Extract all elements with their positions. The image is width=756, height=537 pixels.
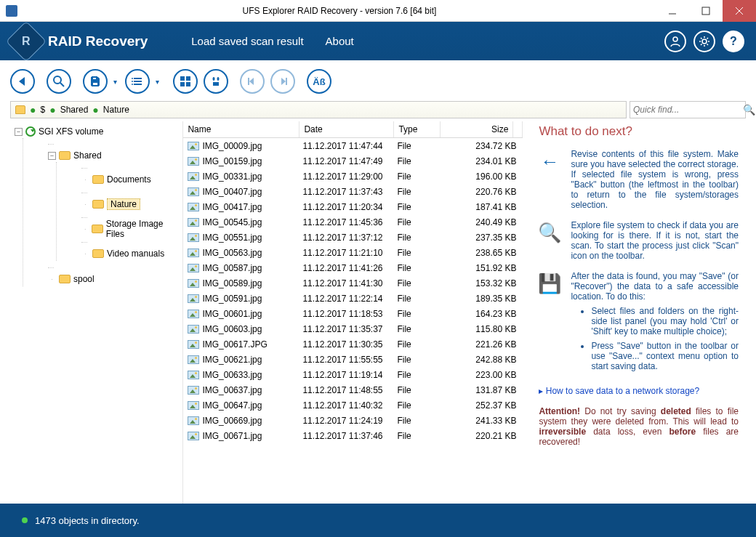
- collapse-icon[interactable]: −: [48, 152, 56, 160]
- file-row[interactable]: IMG_00633.jpg11.12.2017 11:19:14File223.…: [183, 367, 523, 382]
- next-button[interactable]: [270, 69, 295, 94]
- menu-about[interactable]: About: [326, 35, 354, 47]
- file-row[interactable]: IMG_00331.jpg11.12.2017 11:29:00File196.…: [183, 169, 523, 184]
- app-icon: [6, 5, 17, 17]
- tree-storage[interactable]: ·Storage Image Files: [81, 222, 180, 235]
- file-row[interactable]: IMG_00417.jpg11.12.2017 11:20:34File187.…: [183, 199, 523, 214]
- list-view-dropdown[interactable]: ▾: [153, 78, 161, 86]
- file-row[interactable]: IMG_00601.jpg11.12.2017 11:18:53File164.…: [183, 306, 523, 321]
- tree-nature[interactable]: ·Nature: [81, 198, 180, 211]
- leaf-icon: ·: [48, 275, 56, 283]
- file-date: 11.12.2017 11:37:46: [302, 431, 397, 441]
- save-button[interactable]: [83, 69, 108, 94]
- file-size: 238.65 KB: [443, 248, 516, 258]
- file-list[interactable]: IMG_00009.jpg11.12.2017 11:47:44File234.…: [183, 138, 523, 504]
- image-file-icon: [188, 279, 199, 288]
- tree-documents[interactable]: ·Documents: [81, 173, 180, 186]
- folder-icon: [92, 249, 104, 258]
- svg-rect-19: [186, 82, 190, 86]
- col-date[interactable]: Date: [299, 121, 394, 137]
- col-name[interactable]: Name: [183, 121, 299, 137]
- breadcrumb-seg-root[interactable]: $: [40, 105, 45, 115]
- breadcrumb-seg-nature[interactable]: Nature: [103, 105, 129, 115]
- file-size: 223.00 KB: [443, 370, 516, 380]
- col-type[interactable]: Type: [394, 121, 441, 137]
- file-date: 11.12.2017 11:37:12: [302, 233, 397, 243]
- file-size: 115.80 KB: [443, 324, 516, 334]
- file-date: 11.12.2017 11:18:53: [302, 309, 397, 319]
- file-row[interactable]: IMG_00671.jpg11.12.2017 11:37:46File220.…: [183, 428, 523, 443]
- folder-icon: [92, 225, 102, 233]
- breadcrumb-seg-shared[interactable]: Shared: [60, 105, 89, 115]
- tree-root[interactable]: − SGI XFS volume: [15, 125, 180, 138]
- folder-icon: [59, 275, 71, 283]
- encoding-button[interactable]: Äß: [307, 69, 331, 94]
- file-row[interactable]: IMG_00637.jpg11.12.2017 11:48:55File131.…: [183, 382, 523, 397]
- folder-icon: [59, 151, 71, 160]
- back-button[interactable]: [10, 69, 35, 94]
- image-file-icon: [188, 264, 199, 272]
- file-row[interactable]: IMG_00159.jpg11.12.2017 11:47:49File234.…: [183, 153, 523, 169]
- file-type: File: [397, 339, 443, 350]
- tree-spool-label: spool: [73, 274, 94, 284]
- close-button[interactable]: [723, 0, 756, 22]
- file-date: 11.12.2017 11:41:26: [302, 263, 397, 273]
- tree-video[interactable]: ·Video manuals: [81, 247, 180, 260]
- file-date: 11.12.2017 11:45:36: [302, 217, 397, 227]
- breadcrumb[interactable]: ● $ ● Shared ● Nature: [10, 101, 627, 118]
- collapse-icon[interactable]: −: [15, 128, 23, 136]
- settings-icon[interactable]: [693, 31, 715, 52]
- save-dropdown[interactable]: ▾: [110, 78, 119, 86]
- file-row[interactable]: IMG_00407.jpg11.12.2017 11:37:43File220.…: [183, 184, 523, 199]
- image-file-icon: [188, 340, 199, 349]
- find-button[interactable]: [204, 69, 228, 94]
- prev-button[interactable]: [240, 69, 265, 94]
- file-row[interactable]: IMG_00669.jpg11.12.2017 11:24:19File241.…: [183, 413, 523, 428]
- tree-spool[interactable]: ·spool: [48, 272, 180, 286]
- file-row[interactable]: IMG_00621.jpg11.12.2017 11:55:55File242.…: [183, 352, 523, 367]
- help-b2: Press "Save" button in the toolbar or us…: [591, 341, 739, 371]
- titlebar: UFS Explorer RAID Recovery - version 7.6…: [0, 0, 756, 22]
- file-row[interactable]: IMG_00563.jpg11.12.2017 11:21:10File238.…: [183, 245, 523, 260]
- file-row[interactable]: IMG_00589.jpg11.12.2017 11:41:30File153.…: [183, 275, 523, 291]
- grid-view-button[interactable]: [173, 69, 198, 94]
- leaf-icon: ·: [81, 201, 89, 209]
- list-view-button[interactable]: [125, 69, 150, 94]
- scan-button[interactable]: [47, 69, 71, 94]
- file-row[interactable]: IMG_00647.jpg11.12.2017 11:40:32File252.…: [183, 397, 523, 413]
- file-row[interactable]: IMG_00545.jpg11.12.2017 11:45:36File240.…: [183, 214, 523, 230]
- quickfind-input[interactable]: [633, 105, 743, 115]
- file-row[interactable]: IMG_00551.jpg11.12.2017 11:37:12File237.…: [183, 230, 523, 245]
- search-icon[interactable]: 🔍: [743, 104, 755, 116]
- status-text: 1473 objects in directory.: [35, 515, 140, 526]
- svg-point-6: [54, 76, 61, 84]
- file-type: File: [397, 248, 443, 258]
- file-row[interactable]: IMG_00009.jpg11.12.2017 11:47:44File234.…: [183, 138, 523, 153]
- col-size[interactable]: Size: [441, 121, 513, 137]
- quickfind[interactable]: 🔍: [630, 101, 746, 118]
- maximize-button[interactable]: [689, 0, 723, 22]
- file-row[interactable]: IMG_00587.jpg11.12.2017 11:41:26File151.…: [183, 260, 523, 275]
- file-row[interactable]: IMG_00617.JPG11.12.2017 11:30:35File221.…: [183, 336, 523, 352]
- file-row[interactable]: IMG_00603.jpg11.12.2017 11:35:37File115.…: [183, 321, 523, 336]
- menu-load-saved[interactable]: Load saved scan result: [191, 35, 303, 47]
- file-type: File: [397, 187, 443, 197]
- tree-root-label: SGI XFS volume: [39, 126, 103, 137]
- file-size: 252.37 KB: [443, 400, 516, 411]
- help-icon[interactable]: ?: [723, 31, 744, 52]
- image-file-icon: [188, 310, 199, 318]
- file-row[interactable]: IMG_00591.jpg11.12.2017 11:22:14File189.…: [183, 291, 523, 306]
- attn-label: Attention!: [539, 406, 580, 416]
- help-link[interactable]: How to save data to a network storage?: [539, 386, 699, 396]
- file-size: 241.33 KB: [443, 416, 516, 426]
- minimize-button[interactable]: [656, 0, 689, 22]
- tree-shared[interactable]: − Shared: [48, 149, 180, 162]
- image-file-icon: [188, 355, 199, 364]
- file-date: 11.12.2017 11:19:14: [302, 370, 397, 380]
- svg-point-14: [132, 81, 133, 82]
- file-date: 11.12.2017 11:21:10: [302, 248, 397, 258]
- volume-icon: [25, 126, 36, 137]
- account-icon[interactable]: [664, 31, 686, 52]
- file-name: IMG_00637.jpg: [202, 385, 302, 395]
- image-file-icon: [188, 187, 199, 196]
